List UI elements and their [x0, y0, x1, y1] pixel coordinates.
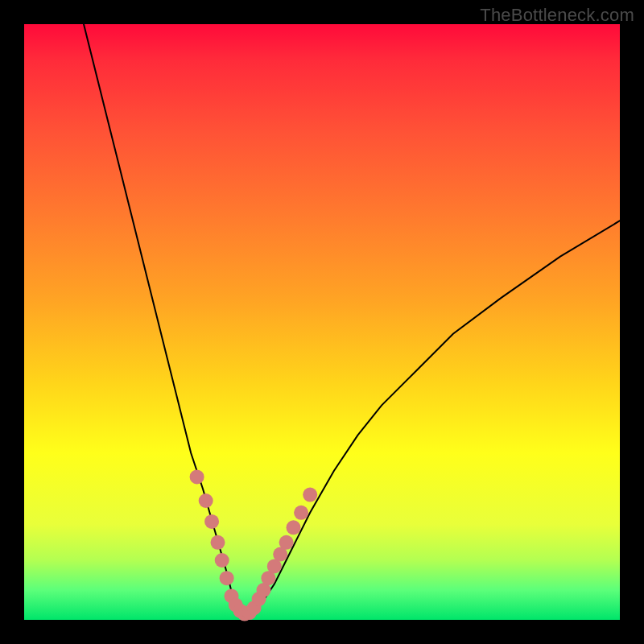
chart-frame: TheBottleneck.com	[0, 0, 644, 644]
highlight-dot	[204, 514, 219, 529]
highlight-dot	[279, 535, 294, 550]
highlight-dot	[220, 571, 234, 585]
highlight-dot	[294, 506, 308, 520]
curve-svg	[24, 24, 620, 620]
highlight-dot	[215, 553, 229, 568]
marker-group	[190, 469, 318, 621]
bottleneck-curve	[84, 24, 620, 614]
watermark-text: TheBottleneck.com	[480, 5, 634, 26]
curve-group	[84, 24, 620, 614]
highlight-dot	[199, 493, 213, 508]
plot-area	[24, 24, 620, 620]
highlight-dot	[303, 488, 317, 502]
highlight-dot	[190, 469, 204, 484]
highlight-dot	[287, 520, 301, 535]
highlight-dot	[211, 535, 225, 550]
